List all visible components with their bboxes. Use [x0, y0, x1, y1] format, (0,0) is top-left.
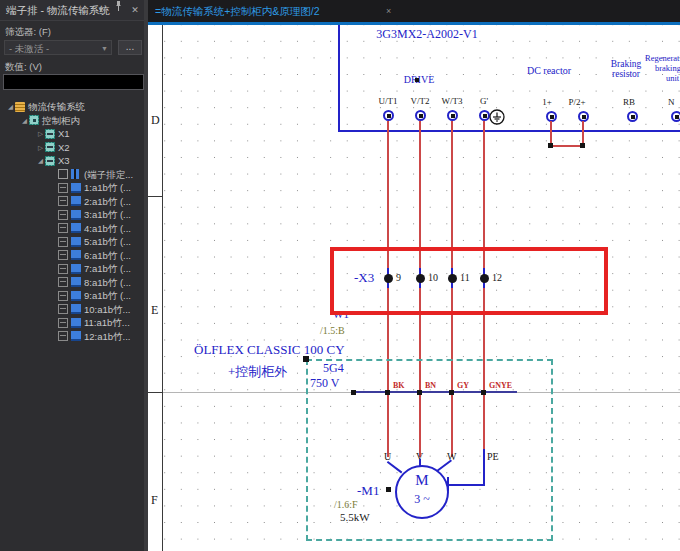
regen-unit-label: Regenerative braking unit: [645, 53, 680, 83]
terminal-icon: [58, 237, 68, 247]
schematic-canvas[interactable]: D E F 3G3MX2-A2002-V1 DRIVE U/T1 V/T2 W/…: [148, 25, 680, 551]
selection-highlight-rect: [330, 247, 608, 315]
tree-item-terminal-1[interactable]: 1:a1b竹 (...: [0, 181, 148, 195]
tree-item-terminal-7[interactable]: 7:a1b竹 (...: [0, 262, 148, 276]
conductor-point: [385, 390, 390, 395]
terminal-doc-icon: [71, 223, 81, 233]
expand-icon[interactable]: ◢: [36, 154, 45, 168]
tree-item-terminal-5[interactable]: 5:a1b竹 (...: [0, 235, 148, 249]
motor-phase: 3 ~: [397, 492, 447, 507]
tree-item-terminal-10[interactable]: 10:a1b竹...: [0, 303, 148, 317]
terminal-doc-icon: [71, 304, 81, 314]
connection-point-v-t2[interactable]: [415, 110, 426, 121]
collapse-icon[interactable]: ▷: [36, 127, 45, 141]
tree-item-x2[interactable]: ▷ X2: [0, 141, 148, 155]
value-label: 数值: (V): [0, 56, 42, 76]
tree-item-terminal-9[interactable]: 9:a1b竹 (...: [0, 289, 148, 303]
conductor-color-label: BK: [393, 381, 405, 390]
value-input[interactable]: [3, 74, 144, 90]
terminal-doc-icon: [71, 183, 81, 193]
terminal-strip-icon: [45, 156, 55, 166]
terminal-icon: [58, 223, 68, 233]
drive-box-bottom-edge[interactable]: [338, 130, 680, 132]
terminal-icon: [58, 196, 68, 206]
terminal-icon: [58, 318, 68, 328]
connection-point-w-t3[interactable]: [447, 110, 458, 121]
terminal-doc-icon: [71, 291, 81, 301]
filter-value: - 未激活 -: [9, 43, 49, 54]
tab-schematic-page[interactable]: =物流传输系统+控制柜内&原理图/2: [155, 0, 320, 22]
dc-reactor-terminal-label: P/2+: [557, 97, 597, 107]
connection-point-rb[interactable]: [627, 111, 638, 122]
panel-titlebar[interactable]: 端子排 - 物流传输系统 ▼ ✕: [0, 0, 144, 21]
device-title: 3G3MX2-A2002-V1: [352, 27, 502, 42]
motor-name[interactable]: -M1: [357, 483, 379, 499]
location-icon: [29, 115, 39, 125]
row-label-e: E: [151, 303, 158, 318]
motor-letter: M: [397, 472, 447, 489]
tree-item-strip-definition[interactable]: (端子排定...: [0, 168, 148, 182]
conductor-color-label: GNYE: [489, 381, 512, 390]
location-box-handle[interactable]: [303, 356, 309, 362]
drive-box-left-edge[interactable]: [338, 25, 340, 131]
strip-nav-icon: [71, 169, 81, 179]
strip-def-icon: [58, 169, 68, 179]
tree-item-project[interactable]: ◢ 物流传输系统: [0, 100, 148, 114]
dc-reactor-label: DC reactor: [518, 65, 580, 76]
tree-item-terminal-3[interactable]: 3:a1b竹 (...: [0, 208, 148, 222]
cable-definition-line[interactable]: [353, 391, 517, 393]
terminal-icon: [58, 250, 68, 260]
motor-xref[interactable]: /1.6:F: [334, 499, 358, 510]
connection-point-n[interactable]: [671, 111, 680, 122]
motor-terminal-label: PE: [487, 451, 499, 462]
dc-reactor-terminal-label: 1+: [537, 97, 557, 107]
conductor-color-label: BN: [425, 381, 436, 390]
terminal-doc-icon: [71, 210, 81, 220]
expand-icon[interactable]: ◢: [6, 100, 15, 114]
eplan-window: 端子排 - 物流传输系统 ▼ ✕ 筛选器: (F) - 未激活 - ▼ ... …: [0, 0, 680, 551]
tree-item-terminal-8[interactable]: 8:a1b竹 (...: [0, 276, 148, 290]
terminal-doc-icon: [71, 318, 81, 328]
terminal-icon: [58, 291, 68, 301]
jumper-wire[interactable]: [550, 145, 584, 147]
panel-close-icon[interactable]: ✕: [127, 0, 143, 20]
tree-item-terminal-6[interactable]: 6:a1b竹 (...: [0, 249, 148, 263]
tree-item-x1[interactable]: ▷ X1: [0, 127, 148, 141]
terminal-strip-icon: [45, 142, 55, 152]
terminal-strip-navigator-panel: 端子排 - 物流传输系统 ▼ ✕ 筛选器: (F) - 未激活 - ▼ ... …: [0, 0, 148, 551]
panel-dropdown-icon[interactable]: ▼: [93, 0, 109, 20]
tree-item-terminal-11[interactable]: 11:a1b竹...: [0, 316, 148, 330]
frame-row-ruler: D E F: [148, 25, 163, 551]
tree-item-x3[interactable]: ◢ X3: [0, 154, 148, 168]
tree-item-terminal-4[interactable]: 4:a1b竹 (...: [0, 222, 148, 236]
terminal-doc-icon: [71, 264, 81, 274]
filter-combobox[interactable]: - 未激活 - ▼: [4, 40, 112, 55]
row-divider: [148, 392, 163, 393]
terminal-doc-icon: [71, 250, 81, 260]
expand-icon[interactable]: ◢: [20, 114, 29, 128]
terminal-icon: [58, 210, 68, 220]
terminal-doc-icon: [71, 331, 81, 341]
navigator-tree: ◢ 物流传输系统 ◢ 控制柜内 ▷ X1 ▷ X2 ◢: [0, 100, 148, 343]
project-icon: [15, 102, 25, 112]
pe-lead-horizontal: [449, 484, 485, 486]
collapse-icon[interactable]: ▷: [36, 141, 45, 155]
combo-arrow-icon: ▼: [101, 41, 108, 56]
ground-symbol-icon: [489, 109, 505, 129]
tree-item-location[interactable]: ◢ 控制柜内: [0, 114, 148, 128]
drive-terminal-label: W/T3: [432, 96, 472, 106]
filter-more-button[interactable]: ...: [118, 40, 142, 55]
conductor-point: [417, 390, 422, 395]
tree-item-terminal-12[interactable]: 12:a1b竹...: [0, 330, 148, 344]
conductor-point: [449, 390, 454, 395]
terminal-icon: [58, 183, 68, 193]
motor-symbol[interactable]: M 3 ~: [395, 465, 449, 519]
cable-xref[interactable]: /1.5:B: [320, 325, 345, 336]
row-divider: [148, 196, 163, 197]
connection-point-u-t1[interactable]: [383, 110, 394, 121]
tree-item-terminal-2[interactable]: 2:a1b竹 (...: [0, 195, 148, 209]
pin-icon[interactable]: [110, 0, 126, 20]
editor-area: =物流传输系统+控制柜内&原理图/2 × D E F 3G3MX2-A2002-…: [148, 0, 680, 551]
terminal-icon: [58, 277, 68, 287]
tab-close-icon[interactable]: ×: [386, 0, 391, 22]
